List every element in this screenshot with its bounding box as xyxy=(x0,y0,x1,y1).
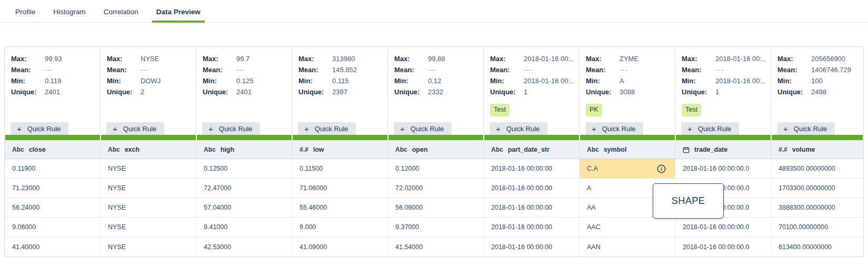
cell-open[interactable]: 72.02000 xyxy=(388,179,484,198)
column-header-volume[interactable]: #.#volume xyxy=(771,141,863,159)
quick-rule-button-symbol[interactable]: +Quick Rule xyxy=(585,122,643,135)
quick-rule-button-close[interactable]: +Quick Rule xyxy=(11,122,68,135)
column-header-open[interactable]: Abcopen xyxy=(388,141,484,159)
cell-symbol[interactable]: AAN xyxy=(580,237,675,257)
cell-high[interactable]: 72.47000 xyxy=(196,179,292,198)
quick-rule-button-high[interactable]: +Quick Rule xyxy=(202,122,260,135)
cell-open[interactable]: 41.54000 xyxy=(388,237,484,257)
cell-close[interactable]: 9.06000 xyxy=(5,218,101,237)
cell-exch[interactable]: NYSE xyxy=(101,159,196,178)
plus-icon: + xyxy=(783,125,788,133)
stat-label-max: Max: xyxy=(11,53,45,64)
cell-exch[interactable]: NYSE xyxy=(101,198,196,217)
stat-line-min: Min:DOWJ xyxy=(107,75,191,86)
cell-high[interactable]: 57.04000 xyxy=(196,198,292,217)
stat-label-unique: Unique: xyxy=(298,86,332,97)
cell-part_date_str[interactable]: 2018-01-16 00:00:00 xyxy=(484,218,580,237)
info-icon[interactable] xyxy=(657,164,666,173)
valid-data-bar-exch[interactable] xyxy=(101,135,196,140)
quick-rule-button-trade_date[interactable]: +Quick Rule xyxy=(681,122,739,135)
cell-open[interactable]: 9.37000 xyxy=(388,218,484,237)
plus-icon: + xyxy=(304,125,309,133)
stat-value-unique: 2332 xyxy=(428,86,478,97)
valid-data-bar-low[interactable] xyxy=(293,135,387,140)
cell-volume[interactable]: 1703300.00000000 xyxy=(771,179,863,198)
quick-rule-button-exch[interactable]: +Quick Rule xyxy=(106,122,164,135)
cell-value: 0.12500 xyxy=(204,165,227,172)
cell-trade_date[interactable]: 2018-01-16 00:00:00.0 xyxy=(675,159,771,178)
cell-low[interactable]: 71.06000 xyxy=(292,179,388,198)
cell-close[interactable]: 0.11900 xyxy=(5,159,101,178)
valid-data-bar-high[interactable] xyxy=(197,135,292,140)
tab-profile[interactable]: Profile xyxy=(11,1,39,22)
quick-rule-button-open[interactable]: +Quick Rule xyxy=(394,122,452,135)
cell-exch[interactable]: NYSE xyxy=(101,218,196,237)
stat-label-mean: Mean: xyxy=(203,64,236,75)
cell-low[interactable]: 0.11500 xyxy=(292,159,388,178)
cell-low[interactable]: 9.000 xyxy=(292,218,388,237)
cell-value: 71.23000 xyxy=(12,184,39,192)
stat-panel-low: Max:313980Mean:145.852Min:0.115Unique:23… xyxy=(292,47,388,135)
valid-data-bar-part_date_str[interactable] xyxy=(484,135,579,140)
cell-high[interactable]: 42.53000 xyxy=(196,237,292,257)
cell-value: NYSE xyxy=(108,223,126,231)
cell-close[interactable]: 71.23000 xyxy=(5,179,101,198)
tab-data-preview[interactable]: Data Preview xyxy=(152,1,205,22)
stat-value-min: 0.115 xyxy=(332,75,382,86)
column-header-symbol[interactable]: Abcsymbol xyxy=(580,141,675,159)
stat-value-mean: --- xyxy=(236,64,286,75)
cell-volume[interactable]: 4893500.00000000 xyxy=(771,159,863,178)
column-header-high[interactable]: Abchigh xyxy=(196,141,292,159)
cell-open[interactable]: 56.09000 xyxy=(388,198,484,217)
stat-label-mean: Mean: xyxy=(298,64,332,75)
cell-volume[interactable]: 613400.00000000 xyxy=(771,237,863,257)
cell-trade_date[interactable]: 2018-01-16 00:00:00.0 xyxy=(675,218,771,237)
tab-correlation[interactable]: Correlation xyxy=(99,1,143,22)
cell-exch[interactable]: NYSE xyxy=(101,237,196,257)
cell-trade_date[interactable]: 2018-01-16 00:00:00.0 xyxy=(675,237,771,257)
column-header-low[interactable]: #.#low xyxy=(292,141,388,159)
valid-data-bar-trade_date[interactable] xyxy=(676,135,771,140)
cell-close[interactable]: 41.40000 xyxy=(5,237,101,257)
cell-high[interactable]: 9.41000 xyxy=(196,218,292,237)
cell-part_date_str[interactable]: 2018-01-16 00:00:00 xyxy=(484,179,580,198)
stat-label-min: Min: xyxy=(490,75,524,86)
stat-line-unique: Unique:1 xyxy=(682,86,765,97)
table-row: 71.23000NYSE72.4700071.0600072.020002018… xyxy=(5,179,863,198)
column-header-exch[interactable]: Abcexch xyxy=(101,141,196,159)
cell-exch[interactable]: NYSE xyxy=(101,179,196,198)
stat-value-min: 0.12 xyxy=(428,75,478,86)
stat-label-max: Max: xyxy=(490,53,524,64)
cell-volume[interactable]: 70100.00000000 xyxy=(771,218,863,237)
quick-rule-button-volume[interactable]: +Quick Rule xyxy=(777,122,835,135)
valid-data-bar-symbol[interactable] xyxy=(580,135,675,140)
quick-rule-button-part_date_str[interactable]: +Quick Rule xyxy=(490,122,547,135)
column-header-trade_date[interactable]: trade_date xyxy=(675,141,771,159)
stat-value-max: ZYME xyxy=(620,53,670,64)
quick-rule-button-low[interactable]: +Quick Rule xyxy=(298,122,356,135)
cell-low[interactable]: 55.46000 xyxy=(292,198,388,217)
stat-value-max: 313980 xyxy=(332,53,382,64)
valid-data-bar-volume[interactable] xyxy=(772,135,863,140)
column-header-part_date_str[interactable]: Abcpart_date_str xyxy=(484,141,580,159)
stat-label-max: Max: xyxy=(777,53,811,64)
stat-line-min: Min:0.115 xyxy=(298,75,382,86)
cell-value: 41.54000 xyxy=(395,243,423,251)
cell-symbol-highlighted[interactable]: C.A xyxy=(580,159,675,178)
stat-line-unique: Unique:2401 xyxy=(11,86,95,97)
cell-part_date_str[interactable]: 2018-01-16 00:00:00 xyxy=(484,237,580,257)
cell-high[interactable]: 0.12500 xyxy=(196,159,292,178)
cell-low[interactable]: 41.09000 xyxy=(292,237,388,257)
stat-line-mean: Mean:145.852 xyxy=(298,64,382,75)
column-header-close[interactable]: Abcclose xyxy=(5,141,101,159)
cell-close[interactable]: 56.24000 xyxy=(5,198,101,217)
valid-data-bar-close[interactable] xyxy=(5,135,100,140)
cell-volume[interactable]: 3888300.00000000 xyxy=(771,198,863,217)
cell-part_date_str[interactable]: 2018-01-16 00:00:00 xyxy=(484,198,580,217)
cell-open[interactable]: 0.12000 xyxy=(388,159,484,178)
valid-data-bar-open[interactable] xyxy=(388,135,483,140)
cell-symbol[interactable]: AAC xyxy=(580,218,675,237)
cell-part_date_str[interactable]: 2018-01-16 00:00:00 xyxy=(484,159,580,178)
stat-value-min: 2018-01-16 00:... xyxy=(715,75,765,86)
tab-histogram[interactable]: Histogram xyxy=(49,1,90,22)
